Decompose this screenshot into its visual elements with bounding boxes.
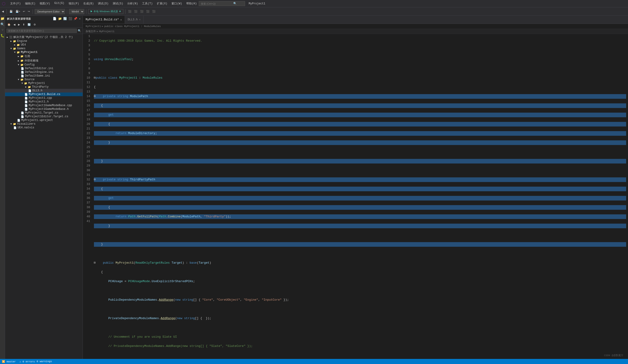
config-label: Config xyxy=(24,63,34,66)
ln-11: 11 xyxy=(86,80,90,85)
tree-item-ue4[interactable]: ▶ 📁 UE4 xyxy=(5,43,82,47)
tab-close-dll3h[interactable]: ✕ xyxy=(139,18,141,21)
ln-25: 25 xyxy=(86,145,90,150)
st-home[interactable]: 🏠 xyxy=(6,23,11,27)
menu-edit[interactable]: 编辑(E) xyxy=(23,1,37,6)
toolbar-more2[interactable]: ⬛ xyxy=(133,9,138,13)
tree-item-thirdparty[interactable]: ▶ 📁 ThirdParty xyxy=(5,85,82,89)
tree-item-visualizers[interactable]: ▼ 📁 Visualizers xyxy=(5,122,82,126)
file-icon-editor-target-cs: 📄 xyxy=(21,115,24,118)
tree-item-ue4-natvis[interactable]: 📄 UE4.natvis xyxy=(5,126,82,130)
tree-item-source[interactable]: ▼ 📁 Source xyxy=(5,78,82,81)
code-editor[interactable]: 1 2 3 4 5 6 7 8 9 10 11 12 13 14 15 16 1… xyxy=(83,34,628,364)
sidebar-close[interactable]: ✕ xyxy=(79,17,81,21)
tree-item-defaulteditor[interactable]: 📄 DefaultEditor.ini xyxy=(5,67,82,70)
menu-test[interactable]: 测试(S) xyxy=(111,1,125,6)
sidebar-search-bar[interactable]: 🔍 xyxy=(5,28,82,34)
code-content[interactable]: // Copyright 1998-2019 Epic Games, Inc. … xyxy=(92,34,628,364)
tree-item-gamemodebase-h[interactable]: 📄 MyProject1GameModeBase.h xyxy=(5,107,82,111)
tab-close-build-cs[interactable]: ✕ xyxy=(120,18,122,21)
tree-item-ref[interactable]: ▶ 📁 引用 xyxy=(5,54,82,59)
tree-item-myproject1-cpp[interactable]: 📄 MyProject1.cpp xyxy=(5,96,82,100)
tree-item-uproject[interactable]: 📄 MyProject1.uproject xyxy=(5,118,82,122)
tree-item-defaultengine[interactable]: 📄 DefaultEngine.ini xyxy=(5,70,82,74)
status-branch[interactable]: 🔀 master xyxy=(2,360,16,363)
activity-search[interactable]: 🔍 xyxy=(0,22,5,26)
deps-label: 外部依赖项 xyxy=(24,59,38,63)
toolbar-more1[interactable]: ⬛ xyxy=(127,9,132,13)
menu-bar: 文件(F) 编辑(E) 视图(V) Git(G) 项目(P) 生成(B) 调试(… xyxy=(8,1,199,6)
ln-13: 13 xyxy=(86,89,90,94)
tree-item-editor-target-cs[interactable]: 📄 MyProject1Editor.Target.cs xyxy=(5,115,82,118)
toolbar-redo[interactable]: ↪ xyxy=(27,9,31,13)
menu-git[interactable]: Git(G) xyxy=(53,1,66,6)
ref-label: 引用 xyxy=(24,54,30,58)
toolbar-save[interactable]: 💾 xyxy=(8,9,14,13)
code-line-4 xyxy=(94,66,626,71)
code-line-24 xyxy=(94,251,626,256)
menu-view[interactable]: 视图(V) xyxy=(38,1,52,6)
tab-build-cs[interactable]: MyProject1.Build.cs* ✕ xyxy=(83,16,125,24)
st-forward[interactable]: ▶ xyxy=(17,23,21,27)
tree-item-source-myproject1[interactable]: ▼ 📁 MyProject1 xyxy=(5,81,82,85)
sidebar-refresh[interactable]: 🔄 xyxy=(63,17,67,21)
tree-item-target-cs[interactable]: 📄 MyProject1.Target.cs xyxy=(5,111,82,115)
tree-item-myproject1-h[interactable]: 📄 MyProject1.h xyxy=(5,100,82,104)
menu-window[interactable]: 窗口(W) xyxy=(170,1,184,6)
activity-git[interactable]: ⑂ xyxy=(0,28,5,32)
breadcrumb-part2[interactable]: public class MyProject1 : ModuleRules xyxy=(104,25,161,28)
menu-help[interactable]: 帮助(H) xyxy=(184,1,199,6)
myproject1-cpp-label: MyProject1.cpp xyxy=(29,96,52,100)
project-name: MyProject1 xyxy=(249,2,265,5)
tree-item-dll3h[interactable]: 📄 DLL3.h xyxy=(5,89,82,92)
toolbar-more4[interactable]: ⬛ xyxy=(145,9,151,13)
menu-tools[interactable]: 工具(T) xyxy=(140,1,155,6)
tree-item-defaultgame[interactable]: 📄 DefaultGame.ini xyxy=(5,74,82,78)
toolbar-more3[interactable]: ⬛ xyxy=(139,9,144,13)
activity-debug[interactable]: 🐛 xyxy=(0,34,5,38)
st-up[interactable]: ⬆ xyxy=(22,23,26,27)
toolbar-more5[interactable]: ⬛ xyxy=(151,9,157,13)
tree-item-solution[interactable]: ▶ ⬛ 解决方案'MyProject1'(2 个项目，共 2 个) xyxy=(5,35,82,39)
toolbar: ◀ 💾 💾+ ↩ ↪ Development Editor Win64 ▶ 本地… xyxy=(0,7,628,16)
tree-item-myproject1[interactable]: ▼ 📁 MyProject1 xyxy=(5,50,82,54)
platform-dropdown[interactable]: Win64 xyxy=(69,9,84,14)
st-filter[interactable]: ⚙ xyxy=(33,23,37,27)
toolbar-save-all[interactable]: 💾+ xyxy=(14,9,21,13)
menu-analyze[interactable]: 分析(N) xyxy=(125,1,140,6)
toolbar-back[interactable]: ◀ xyxy=(1,9,5,13)
defaulteditor-label: DefaultEditor.ini xyxy=(25,67,53,70)
menu-project[interactable]: 项目(P) xyxy=(67,1,81,6)
toolbar-undo[interactable]: ↩ xyxy=(22,9,26,13)
sidebar-collapse[interactable]: ⬛ xyxy=(69,17,73,21)
tree-item-config[interactable]: ▼ 📁 Config xyxy=(5,63,82,67)
st-refresh2[interactable]: 🔄 xyxy=(27,23,32,27)
run-button[interactable]: ▶ 本地 Windows 调试器 ▼ xyxy=(88,9,123,14)
title-search[interactable]: 🔍 xyxy=(199,1,245,6)
ln-22: 22 xyxy=(86,131,90,136)
tree-item-build-cs[interactable]: 📄 MyProject1.Build.cs xyxy=(5,92,82,96)
menu-build[interactable]: 生成(B) xyxy=(81,1,96,6)
menu-debug[interactable]: 调试(D) xyxy=(96,1,110,6)
menu-file[interactable]: 文件(F) xyxy=(8,1,23,6)
tab-dll3h[interactable]: DLL3.h ✕ xyxy=(125,16,144,24)
st-back[interactable]: ◀ xyxy=(12,23,16,27)
ln-21: 21 xyxy=(86,127,90,131)
activity-explorer[interactable]: 📁 xyxy=(0,17,5,21)
sidebar-new-folder[interactable]: 📁 xyxy=(58,17,62,21)
breadcrumb-part1[interactable]: MyProject1 xyxy=(86,25,101,28)
menu-extensions[interactable]: 扩展(X) xyxy=(155,1,169,6)
sidebar-search-input[interactable] xyxy=(6,29,77,33)
search-input[interactable] xyxy=(201,2,233,5)
status-errors: ⚠ 0 errors xyxy=(19,360,35,363)
profile-dropdown[interactable]: Development Editor xyxy=(35,9,65,14)
watermark: CSDN @虚数魔方 xyxy=(604,354,623,357)
sidebar-pin[interactable]: 📌 xyxy=(74,17,78,21)
myproject1-label: MyProject1 xyxy=(21,51,37,54)
tree-item-engine[interactable]: ▶ 📁 Engine xyxy=(5,39,82,43)
tree-item-deps[interactable]: ▶ 📁 外部依赖项 xyxy=(5,59,82,63)
tree-item-gamemodebase-cpp[interactable]: 📄 MyProject1GameModeBase.cpp xyxy=(5,104,82,107)
sidebar-new-file[interactable]: 📄 xyxy=(53,17,57,21)
solution-label: 解决方案'MyProject1'(2 个项目，共 2 个) xyxy=(13,35,73,39)
tree-item-games[interactable]: ▼ 📁 Games xyxy=(5,47,82,50)
